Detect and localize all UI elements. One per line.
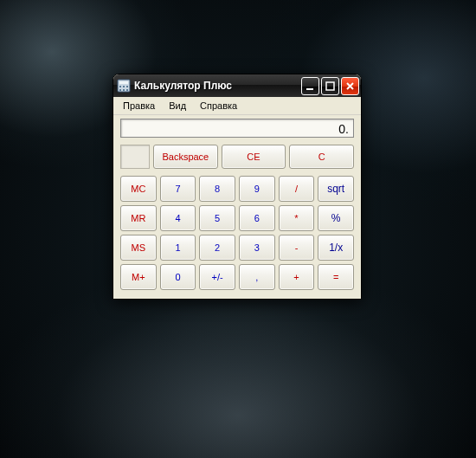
calculator-body: 0. Backspace CE C MC 7 8 9 / sqrt MR 4 5…	[113, 115, 361, 299]
divide-button[interactable]: /	[279, 176, 315, 202]
digit-3-button[interactable]: 3	[239, 235, 275, 261]
digit-2-button[interactable]: 2	[199, 235, 235, 261]
mplus-button[interactable]: M+	[120, 264, 157, 290]
ce-button[interactable]: CE	[222, 145, 286, 169]
add-button[interactable]: +	[279, 264, 315, 290]
menu-edit[interactable]: Правка	[117, 99, 161, 113]
inverse-button[interactable]: 1/x	[318, 235, 354, 261]
svg-rect-7	[126, 89, 128, 91]
sqrt-button[interactable]: sqrt	[318, 176, 354, 202]
decimal-button[interactable]: ,	[239, 264, 275, 290]
digit-8-button[interactable]: 8	[199, 176, 235, 202]
digit-5-button[interactable]: 5	[199, 205, 235, 231]
top-row: Backspace CE C	[120, 145, 354, 169]
digit-6-button[interactable]: 6	[239, 205, 275, 231]
svg-rect-2	[119, 86, 121, 87]
menu-view[interactable]: Вид	[163, 99, 192, 113]
svg-rect-5	[119, 89, 121, 91]
mr-button[interactable]: MR	[120, 205, 157, 231]
close-button[interactable]	[341, 77, 359, 95]
maximize-button[interactable]	[321, 77, 339, 95]
digit-9-button[interactable]: 9	[239, 176, 275, 202]
backspace-button[interactable]: Backspace	[153, 145, 218, 169]
ms-button[interactable]: MS	[120, 235, 157, 261]
svg-rect-9	[326, 82, 334, 90]
svg-rect-3	[123, 86, 125, 87]
percent-button[interactable]: %	[318, 205, 354, 231]
window-controls	[301, 77, 359, 95]
plusminus-button[interactable]: +/-	[199, 264, 235, 290]
menu-help[interactable]: Справка	[194, 99, 243, 113]
svg-rect-1	[119, 81, 128, 84]
c-button[interactable]: C	[289, 145, 354, 169]
mc-button[interactable]: MC	[120, 176, 157, 202]
memory-indicator	[120, 145, 150, 169]
titlebar[interactable]: Калькулятор Плюс	[113, 74, 361, 97]
svg-rect-8	[306, 88, 313, 90]
minimize-button[interactable]	[301, 77, 319, 95]
svg-rect-6	[123, 89, 125, 91]
digit-1-button[interactable]: 1	[160, 235, 196, 261]
svg-rect-4	[126, 86, 128, 87]
calculator-icon	[117, 79, 131, 93]
multiply-button[interactable]: *	[279, 205, 315, 231]
calculator-window: Калькулятор Плюс Правка Вид Справка 0.	[113, 74, 362, 300]
display: 0.	[120, 119, 354, 138]
menubar: Правка Вид Справка	[113, 97, 361, 115]
desktop-background: Калькулятор Плюс Правка Вид Справка 0.	[0, 0, 476, 458]
window-title: Калькулятор Плюс	[134, 80, 298, 92]
digit-0-button[interactable]: 0	[160, 264, 196, 290]
digit-4-button[interactable]: 4	[160, 205, 196, 231]
subtract-button[interactable]: -	[279, 235, 315, 261]
button-grid: MC 7 8 9 / sqrt MR 4 5 6 * % MS 1 2 3 - …	[120, 176, 354, 290]
equals-button[interactable]: =	[318, 264, 354, 290]
digit-7-button[interactable]: 7	[160, 176, 196, 202]
